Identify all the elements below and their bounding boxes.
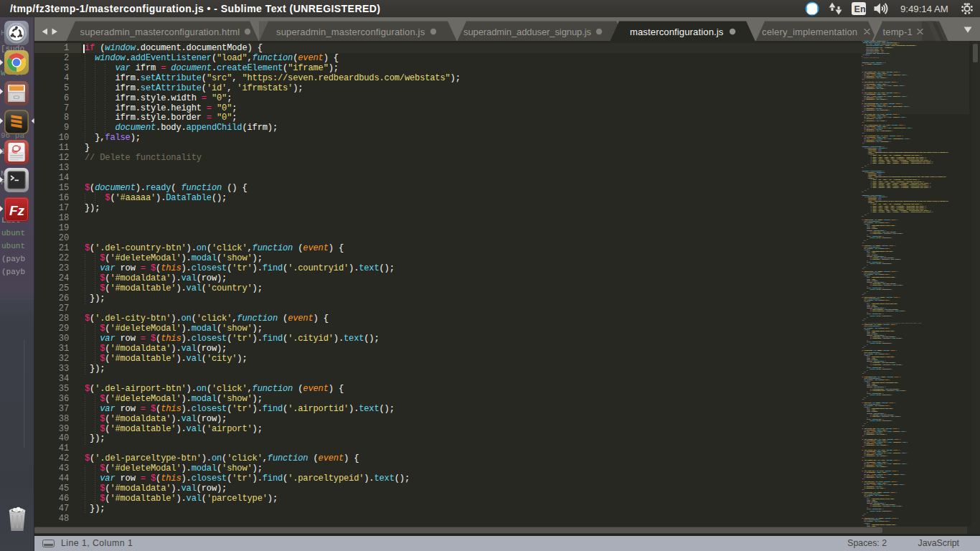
svg-text:masterconfiguration.js: masterconfiguration.js [630, 27, 724, 37]
svg-text:superadmin_masterconfiguration: superadmin_masterconfiguration.js [276, 27, 425, 37]
svg-text:celery_implementation: celery_implementation [762, 27, 857, 37]
svg-text:Fz: Fz [9, 203, 25, 218]
svg-text:En: En [854, 4, 866, 14]
svg-text:superadmin_adduser_signup.js: superadmin_adduser_signup.js [463, 27, 591, 37]
svg-text:9:49:14 AM: 9:49:14 AM [900, 4, 948, 14]
svg-text:temp-1: temp-1 [883, 27, 913, 37]
svg-text:superadmin_masterconfiguration: superadmin_masterconfiguration.html [80, 27, 240, 37]
